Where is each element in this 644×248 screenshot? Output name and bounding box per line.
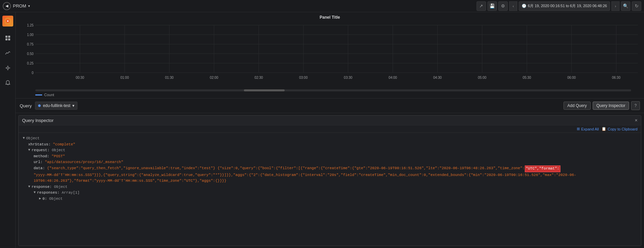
sidebar — [0, 12, 16, 248]
svg-rect-5 — [5, 38, 7, 40]
settings-button[interactable]: ⚙ — [498, 1, 508, 11]
chart-scrollbar[interactable] — [35, 89, 631, 91]
top-bar-right: ↗ 💾 ⚙ ‹ 🕐 6月 19, 2020 00:16:51 to 6月 19,… — [477, 1, 641, 11]
add-query-button[interactable]: Add Query — [564, 102, 590, 110]
responses-array-line: ▼ responses: Array[1] — [34, 190, 637, 196]
legend-color-swatch — [35, 94, 42, 95]
svg-text:01:00: 01:00 — [121, 76, 129, 79]
inspector-close-button[interactable]: × — [635, 118, 638, 123]
svg-text:05:00: 05:00 — [478, 76, 486, 79]
main-layout: Panel Title — [0, 12, 644, 248]
inspector-panel-title: Query Inspector — [22, 118, 54, 123]
expand-icon: ⊞ — [577, 127, 580, 131]
expand-all-label: Expand All — [581, 127, 599, 131]
svg-point-2 — [7, 20, 8, 22]
help-button[interactable]: ? — [631, 101, 640, 110]
responses-items: ▶ 0: Object — [34, 196, 637, 202]
svg-text:03:00: 03:00 — [299, 76, 308, 79]
datasource-label: PROM — [13, 3, 26, 8]
inspector-toolbar: ⊞ Expand All 📋 Copy to Clipboard — [19, 125, 641, 133]
response-content: ▼ responses: Array[1] ▶ 0: Object — [28, 190, 637, 202]
chevron-left-icon: ‹ — [513, 4, 514, 8]
datasource-select-text: edu-fulllink-test — [43, 103, 70, 108]
back-button[interactable]: ◀ — [3, 2, 11, 10]
request-line: ▼ request: Object — [28, 147, 637, 154]
chart-area: Panel Title — [16, 12, 644, 99]
sidebar-item-alerts[interactable] — [2, 77, 14, 89]
time-range-button[interactable]: 🕐 6月 19, 2020 00:16:51 to 6月 19, 2020 06… — [519, 1, 610, 11]
response-0-toggle[interactable]: ▶ — [39, 196, 41, 201]
svg-text:1.00: 1.00 — [27, 33, 34, 37]
save-button[interactable]: 💾 — [487, 1, 497, 11]
tree-level-1: xhrStatus: "complete" ▼ request: Object … — [23, 142, 637, 202]
copy-clipboard-button[interactable]: 📋 Copy to Clipboard — [602, 127, 638, 131]
svg-text:0.75: 0.75 — [27, 42, 34, 46]
svg-text:05:30: 05:30 — [523, 76, 531, 79]
dashboard-icon — [5, 35, 11, 41]
request-toggle[interactable]: ▼ — [28, 147, 30, 153]
bell-icon — [5, 80, 11, 86]
svg-text:0.50: 0.50 — [27, 52, 34, 56]
method-line: method: "POST" — [34, 154, 637, 160]
expand-all-button[interactable]: ⊞ Expand All — [577, 127, 599, 131]
top-bar-left: ◀ PROM ▾ — [3, 2, 30, 10]
question-mark-icon: ? — [634, 103, 637, 108]
svg-text:06:00: 06:00 — [567, 76, 576, 79]
inspector-content[interactable]: ▼ Object xhrStatus: "complete" ▼ request… — [19, 133, 641, 246]
svg-text:02:30: 02:30 — [254, 76, 263, 79]
response-toggle[interactable]: ▼ — [28, 184, 30, 190]
root-toggle[interactable]: ▼ — [23, 136, 25, 141]
time-range-text: 6月 19, 2020 00:16:51 to 6月 19, 2020 06:4… — [528, 3, 607, 8]
tree-root: ▼ Object — [23, 136, 637, 142]
logo[interactable] — [2, 16, 13, 26]
svg-text:06:30: 06:30 — [612, 76, 621, 79]
datasource-dropdown-arrow[interactable]: ▾ — [28, 4, 30, 8]
responses-toggle[interactable]: ▼ — [34, 190, 36, 195]
inspector-header: Query Inspector × — [19, 116, 641, 125]
query-section: Query edu-fulllink-test ▾ Add Query Quer… — [16, 99, 644, 248]
svg-point-7 — [7, 67, 9, 69]
query-inspector-button[interactable]: Query Inspector — [593, 102, 629, 110]
sidebar-item-dashboard[interactable] — [2, 32, 14, 44]
url-line: url: "api/datasources/proxy/16/_msearch" — [34, 159, 637, 165]
chevron-right-icon: › — [615, 4, 616, 8]
svg-text:04:00: 04:00 — [389, 76, 397, 79]
query-header: Query edu-fulllink-test ▾ Add Query Quer… — [16, 99, 644, 113]
query-header-left: Query edu-fulllink-test ▾ — [20, 102, 77, 110]
chart-scrollbar-thumb[interactable] — [244, 89, 285, 91]
request-content: method: "POST" url: "api/datasources/pro… — [28, 154, 637, 184]
datasource-select[interactable]: edu-fulllink-test ▾ — [35, 102, 77, 110]
svg-text:0: 0 — [32, 71, 34, 75]
query-inspector-panel: Query Inspector × ⊞ Expand All 📋 Copy to… — [18, 115, 641, 246]
svg-rect-4 — [8, 36, 10, 38]
sidebar-item-chart[interactable] — [2, 47, 14, 59]
response-item-0: ▶ 0: Object — [39, 196, 637, 202]
zoom-button[interactable]: 🔍 — [621, 1, 630, 11]
copy-clipboard-label: Copy to Clipboard — [608, 127, 638, 131]
content-area: Panel Title — [16, 12, 644, 248]
svg-text:1.25: 1.25 — [27, 23, 34, 27]
top-bar: ◀ PROM ▾ ↗ 💾 ⚙ ‹ 🕐 6月 19, 2020 00:16:51 … — [0, 0, 644, 12]
svg-text:04:30: 04:30 — [433, 76, 442, 79]
data-line: data: {"search_type":"query_then_fetch",… — [34, 165, 637, 184]
prev-time-button[interactable]: ‹ — [509, 1, 517, 11]
svg-text:01:30: 01:30 — [165, 76, 174, 79]
share-icon: ↗ — [479, 3, 483, 8]
save-icon: 💾 — [489, 3, 495, 8]
svg-text:03:30: 03:30 — [344, 76, 352, 79]
datasource-select-arrow: ▾ — [72, 103, 74, 108]
legend-label: Count — [44, 93, 54, 97]
chart-legend: Count — [18, 93, 641, 97]
svg-text:00:30: 00:30 — [76, 76, 84, 79]
chart-wrapper: 1.25 1.00 0.75 0.50 0.25 0 00:30 01:00 0… — [18, 22, 641, 88]
search-icon: 🔍 — [623, 3, 628, 8]
share-button[interactable]: ↗ — [477, 1, 486, 11]
refresh-button[interactable]: ↻ — [632, 1, 641, 11]
svg-text:02:00: 02:00 — [210, 76, 218, 79]
sidebar-item-settings[interactable] — [2, 62, 14, 74]
svg-text:0.25: 0.25 — [27, 61, 34, 65]
xhr-status-line: xhrStatus: "complete" — [28, 142, 637, 148]
copy-icon: 📋 — [602, 127, 606, 131]
panel-title: Panel Title — [18, 15, 641, 20]
next-time-button[interactable]: › — [611, 1, 620, 11]
